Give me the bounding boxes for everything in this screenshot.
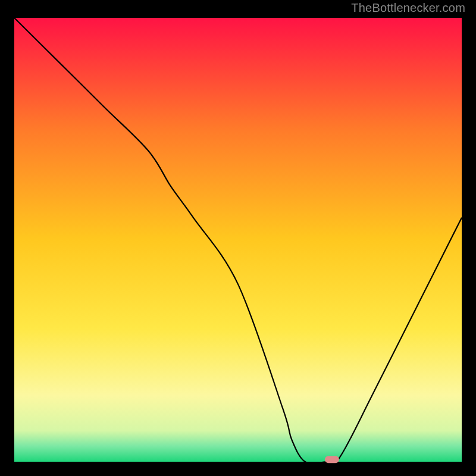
watermark-label: TheBottlenecker.com (351, 1, 465, 15)
target-marker (325, 456, 339, 463)
chart-container: TheBottlenecker.com (0, 0, 476, 476)
bottleneck-chart (0, 0, 476, 476)
